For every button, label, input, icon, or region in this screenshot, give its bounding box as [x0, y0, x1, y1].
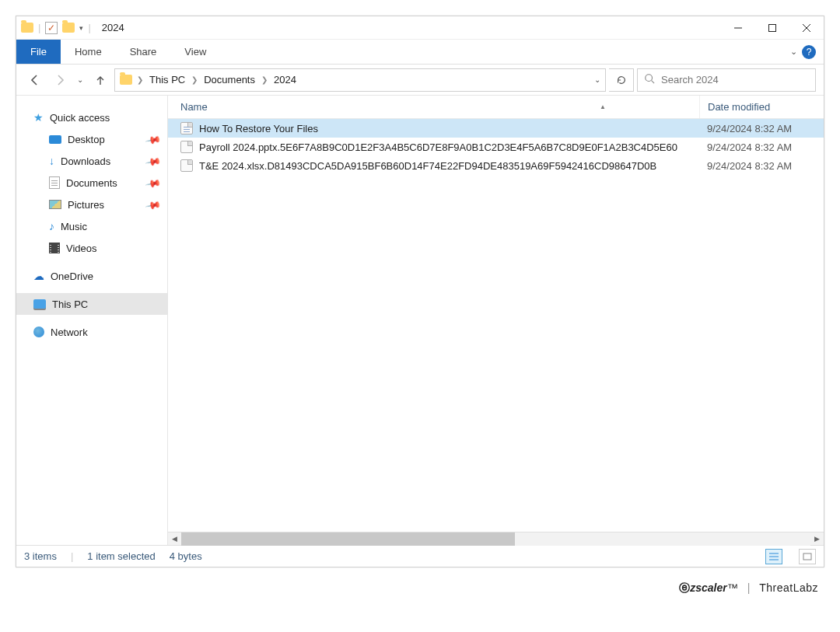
pin-icon: 📌: [145, 152, 162, 169]
chevron-down-icon[interactable]: ⌄: [594, 75, 600, 84]
music-icon: ♪: [49, 220, 54, 232]
title-bar: | ✓ ▾ | 2024: [16, 16, 824, 40]
column-name[interactable]: Name ▲: [168, 101, 699, 113]
folder-icon: [62, 23, 75, 33]
branding: ⓔzscaler™ | ThreatLabz: [16, 567, 824, 609]
sidebar-item-label: Desktop: [68, 134, 105, 145]
breadcrumb-this-pc[interactable]: This PC: [148, 74, 187, 86]
cloud-icon: ☁: [33, 270, 44, 282]
sidebar: ★ Quick access Desktop 📌 ↓ Downloads 📌 D…: [16, 96, 168, 545]
status-item-count: 3 items: [24, 550, 57, 562]
window-title: 2024: [102, 22, 124, 33]
sidebar-item-videos[interactable]: Videos: [16, 237, 167, 259]
download-icon: ↓: [49, 155, 54, 167]
pin-icon: 📌: [145, 131, 162, 147]
scroll-right-button[interactable]: ▶: [810, 532, 824, 546]
sidebar-item-label: This PC: [52, 299, 88, 310]
pin-icon: 📌: [145, 196, 162, 212]
sidebar-item-label: Network: [51, 326, 88, 338]
address-bar[interactable]: ❯ This PC ❯ Documents ❯ 2024 ⌄: [114, 68, 606, 92]
tab-home[interactable]: Home: [61, 40, 116, 64]
scroll-track[interactable]: [181, 532, 810, 546]
file-date: 9/24/2024 8:32 AM: [699, 141, 824, 153]
sidebar-item-label: Downloads: [61, 155, 110, 167]
tab-view[interactable]: View: [170, 40, 220, 64]
chevron-right-icon: ❯: [191, 75, 198, 84]
sidebar-item-label: Music: [61, 221, 87, 232]
file-row[interactable]: How To Restore Your Files9/24/2024 8:32 …: [168, 119, 824, 138]
sort-ascending-icon: ▲: [600, 103, 606, 110]
up-button[interactable]: [89, 69, 111, 91]
sidebar-item-documents[interactable]: Documents 📌: [16, 172, 167, 194]
status-selected: 1 item selected: [87, 550, 155, 562]
help-button[interactable]: ?: [802, 45, 816, 59]
zscaler-logo: ⓔzscaler™: [679, 581, 737, 594]
column-date-label: Date modified: [708, 101, 770, 113]
svg-rect-1: [769, 24, 776, 31]
svg-point-4: [646, 75, 653, 82]
sidebar-item-network[interactable]: Network: [16, 321, 167, 343]
sidebar-item-label: OneDrive: [51, 271, 93, 282]
chevron-right-icon: ❯: [261, 75, 268, 84]
sidebar-item-music[interactable]: ♪ Music: [16, 215, 167, 237]
content-area: Name ▲ Date modified How To Restore Your…: [168, 96, 824, 545]
document-icon: [49, 176, 60, 189]
check-icon: ✓: [45, 22, 58, 34]
file-date: 9/24/2024 8:32 AM: [699, 123, 824, 134]
folder-icon: [21, 23, 33, 33]
pc-icon: [33, 299, 46, 309]
file-date: 9/24/2024 8:32 AM: [699, 160, 824, 172]
horizontal-scrollbar[interactable]: ◀ ▶: [168, 532, 824, 545]
folder-icon: [120, 75, 132, 85]
chevron-down-icon[interactable]: ⌄: [790, 47, 797, 57]
maximize-button[interactable]: [755, 16, 789, 40]
sidebar-item-label: Documents: [66, 177, 117, 189]
sidebar-item-desktop[interactable]: Desktop 📌: [16, 128, 167, 150]
video-icon: [49, 243, 60, 253]
body: ★ Quick access Desktop 📌 ↓ Downloads 📌 D…: [16, 96, 824, 545]
search-box[interactable]: [637, 68, 816, 92]
sidebar-item-label: Quick access: [50, 112, 110, 124]
status-size: 4 bytes: [170, 550, 202, 562]
search-icon: [644, 73, 655, 86]
breadcrumb-2024[interactable]: 2024: [272, 74, 298, 86]
recent-locations-button[interactable]: ⌄: [74, 69, 86, 91]
column-date[interactable]: Date modified: [699, 96, 824, 118]
file-name: T&E 2024.xlsx.D81493CDCA5DA915BF6B60D14F…: [199, 160, 656, 172]
view-large-icons-button[interactable]: [799, 549, 816, 564]
tab-file[interactable]: File: [16, 40, 61, 64]
back-button[interactable]: [24, 69, 46, 91]
sidebar-item-label: Videos: [66, 243, 97, 254]
breadcrumb-documents[interactable]: Documents: [202, 74, 257, 86]
sidebar-item-downloads[interactable]: ↓ Downloads 📌: [16, 150, 167, 172]
minimize-button[interactable]: [721, 16, 755, 40]
close-button[interactable]: [789, 16, 824, 40]
tab-share[interactable]: Share: [116, 40, 171, 64]
ribbon-tabs: File Home Share View ⌄ ?: [16, 40, 824, 65]
file-row[interactable]: T&E 2024.xlsx.D81493CDCA5DA915BF6B60D14F…: [168, 156, 824, 175]
view-details-button[interactable]: [765, 549, 782, 564]
file-name: How To Restore Your Files: [199, 123, 318, 134]
sidebar-item-onedrive[interactable]: ☁ OneDrive: [16, 265, 167, 287]
scroll-left-button[interactable]: ◀: [168, 532, 181, 546]
file-name-cell: How To Restore Your Files: [168, 122, 699, 134]
file-icon: [180, 159, 193, 172]
forward-button[interactable]: [49, 69, 71, 91]
pin-icon: 📌: [145, 174, 162, 190]
sidebar-item-this-pc[interactable]: This PC: [16, 293, 167, 315]
file-list: How To Restore Your Files9/24/2024 8:32 …: [168, 119, 824, 532]
file-name-cell: Payroll 2024.pptx.5E6F7A8B9C0D1E2F3A4B5C…: [168, 141, 699, 153]
sidebar-item-pictures[interactable]: Pictures 📌: [16, 194, 167, 215]
desktop-icon: [49, 135, 61, 144]
file-row[interactable]: Payroll 2024.pptx.5E6F7A8B9C0D1E2F3A4B5C…: [168, 138, 824, 156]
file-icon: [180, 122, 193, 134]
svg-rect-9: [803, 553, 811, 560]
sidebar-item-label: Pictures: [68, 199, 104, 211]
refresh-button[interactable]: [609, 68, 634, 92]
search-input[interactable]: [661, 74, 809, 86]
scroll-thumb[interactable]: [181, 532, 515, 546]
sidebar-item-quick-access[interactable]: ★ Quick access: [16, 106, 167, 128]
nav-row: ⌄ ❯ This PC ❯ Documents ❯ 2024 ⌄: [16, 65, 824, 96]
file-icon: [180, 141, 193, 153]
chevron-right-icon: ❯: [137, 75, 143, 84]
